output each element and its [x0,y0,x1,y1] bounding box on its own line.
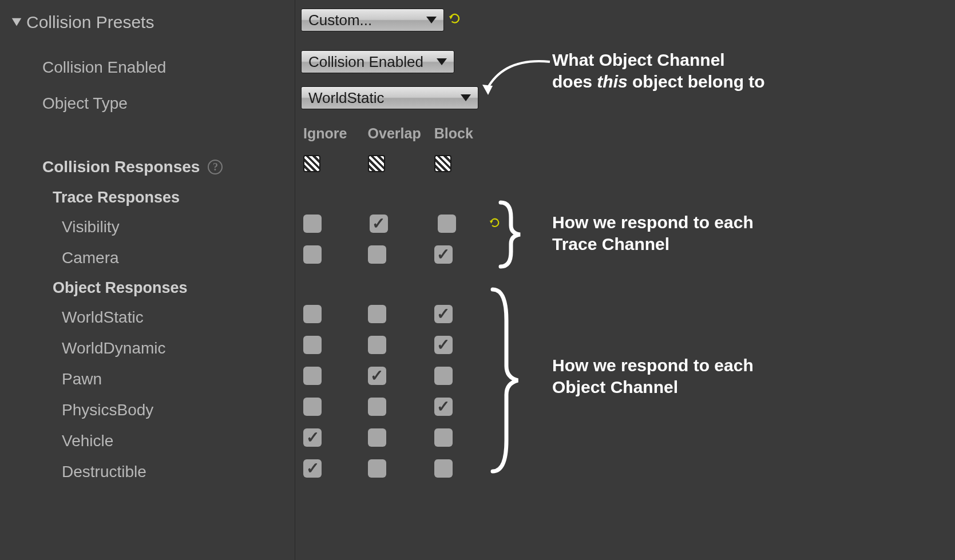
object-channel-label: Destructible [10,463,146,481]
chevron-down-icon [461,94,471,101]
ignore-column-header: Ignore [301,125,368,142]
annotation-trace-response: How we respond to eachTrace Channel [552,212,754,255]
object-channel-overlap-checkbox[interactable] [368,398,386,416]
help-icon[interactable]: ? [208,160,223,174]
object-channel-label: WorldStatic [10,308,144,327]
overlap-column-header: Overlap [368,125,434,142]
object-channel-overlap-checkbox[interactable] [368,459,386,478]
object-channel-block-checkbox[interactable] [434,305,453,323]
object-channel-block-checkbox[interactable] [434,459,453,478]
object-channel-row [301,422,501,453]
object-type-value: WorldStatic [308,89,384,107]
collision-enabled-value: Collision Enabled [308,53,423,71]
object-channel-row [301,391,501,422]
object-channel-row [301,453,501,484]
svg-marker-1 [426,17,437,23]
object-channel-row [301,360,501,391]
object-channel-label: WorldDynamic [10,339,166,358]
object-channel-label: PhysicsBody [10,401,153,419]
arrow-to-object-type [481,57,561,103]
block-column-header: Block [434,125,501,142]
svg-marker-5 [490,221,493,224]
object-channel-label: Vehicle [10,432,113,450]
object-type-dropdown[interactable]: WorldStatic [301,86,478,109]
object-channel-row [301,329,501,360]
annotation-object-channel: What Object Channeldoes this object belo… [552,49,765,92]
trace-channel-row [301,208,501,239]
collision-presets-label: Collision Presets [26,13,154,32]
object-channel-row [301,299,501,329]
annotation-object-response: How we respond to eachObject Channel [552,355,754,398]
object-channel-ignore-checkbox[interactable] [303,428,322,447]
object-channel-ignore-checkbox[interactable] [303,336,322,354]
svg-marker-3 [437,58,447,65]
collision-responses-heading: Collision Responses ? [10,158,223,176]
collision-presets-header[interactable]: Collision Presets [10,6,295,39]
brace-trace-channels [495,200,529,269]
object-channel-overlap-checkbox[interactable] [368,336,386,354]
object-channel-block-checkbox[interactable] [434,367,453,385]
chevron-down-icon [437,58,447,65]
property-labels-column: Collision Presets Collision Enabled Obje… [0,0,295,560]
object-channel-ignore-checkbox[interactable] [303,398,322,416]
svg-marker-2 [449,16,453,19]
collision-enabled-dropdown[interactable]: Collision Enabled [301,50,454,73]
object-channel-block-checkbox[interactable] [434,428,453,447]
object-channel-ignore-checkbox[interactable] [303,305,322,323]
object-channel-overlap-checkbox[interactable] [368,428,386,447]
object-channel-block-checkbox[interactable] [434,336,453,354]
object-channel-overlap-checkbox[interactable] [368,305,386,323]
trace-channel-labels: VisibilityCamera [10,212,295,273]
trace-responses-heading: Trace Responses [10,189,180,206]
property-values-column: Custom... Collision Enabled WorldStat [295,0,501,560]
object-channel-overlap-checkbox[interactable] [368,367,386,385]
chevron-down-icon [426,17,437,23]
brace-object-channels [487,286,527,475]
trace-channel-label: Visibility [10,218,120,236]
trace-channel-ignore-checkbox[interactable] [303,215,322,233]
trace-channel-values [301,208,501,270]
object-channel-labels: WorldStaticWorldDynamicPawnPhysicsBodyVe… [10,302,295,487]
trace-channel-overlap-checkbox[interactable] [368,245,386,264]
svg-marker-0 [12,18,22,26]
trace-channel-ignore-checkbox[interactable] [303,245,322,264]
collision-responses-master-row [301,148,501,180]
object-channel-ignore-checkbox[interactable] [303,367,322,385]
trace-channel-block-checkbox[interactable] [434,245,453,264]
collision-enabled-label: Collision Enabled [10,58,166,77]
trace-channel-block-checkbox[interactable] [438,215,456,233]
svg-marker-4 [461,94,471,101]
object-responses-heading: Object Responses [10,279,188,297]
collision-preset-dropdown[interactable]: Custom... [301,9,444,31]
object-channel-ignore-checkbox[interactable] [303,459,322,478]
reset-to-default-icon[interactable] [449,12,461,28]
trace-channel-label: Camera [10,249,119,267]
preset-dropdown-value: Custom... [308,11,372,29]
object-channel-label: Pawn [10,370,102,388]
block-all-checkbox[interactable] [434,155,451,172]
overlap-all-checkbox[interactable] [368,155,385,172]
trace-channel-row [301,239,501,270]
ignore-all-checkbox[interactable] [303,155,320,172]
svg-marker-6 [482,85,493,95]
annotation-overlay: What Object Channeldoes this object belo… [501,0,955,560]
object-channel-block-checkbox[interactable] [434,398,453,416]
trace-channel-overlap-checkbox[interactable] [370,215,388,233]
expand-triangle-icon [10,17,23,29]
object-type-label: Object Type [10,94,128,113]
object-channel-values [301,299,501,484]
response-column-headers: Ignore Overlap Block [301,117,501,144]
